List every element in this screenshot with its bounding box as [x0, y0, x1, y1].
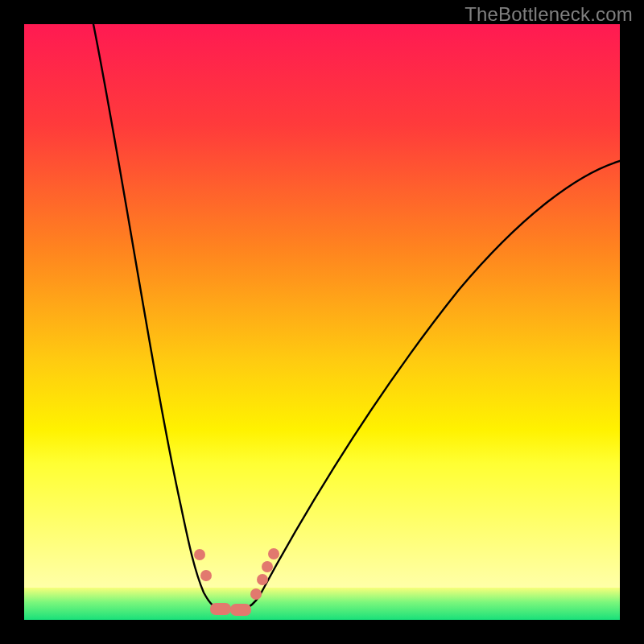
gradient-backdrop [24, 24, 620, 588]
data-marker [257, 574, 268, 585]
watermark-text: TheBottleneck.com [464, 3, 633, 26]
chart-outer-frame: TheBottleneck.com [0, 0, 644, 644]
green-optimal-band [24, 588, 620, 620]
bottleneck-chart [24, 24, 620, 620]
data-marker [194, 549, 205, 560]
data-marker [200, 570, 212, 581]
data-marker [230, 604, 251, 616]
data-marker [268, 548, 279, 559]
data-marker [210, 603, 231, 615]
data-marker [262, 561, 273, 572]
data-marker [250, 588, 262, 600]
